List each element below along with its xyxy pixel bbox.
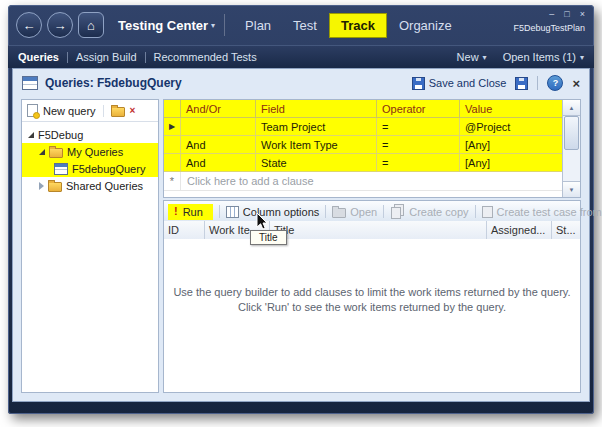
top-bar: ← → ⌂ Testing Center ▾ Plan Test Track O… [8,5,594,45]
menu-right: New ▾ Open Items (1) ▾ [457,51,584,63]
clause-value-cell[interactable]: [Any] [460,136,563,154]
close-button[interactable]: × [580,10,585,19]
open-items-menu[interactable]: Open Items (1) ▾ [503,51,584,63]
window-controls: – □ × [549,10,585,19]
open-items-label: Open Items (1) [503,51,576,63]
empty-results-message: Use the query builder to add clauses to … [164,285,580,315]
clause-row[interactable]: And State = [Any] [164,154,563,172]
tab-test[interactable]: Test [283,13,327,38]
column-header-title[interactable]: Title [270,221,487,239]
clause-andor-cell[interactable] [181,118,256,136]
expander-expanded-icon[interactable] [28,132,34,138]
tree-item-my-queries[interactable]: My Queries [22,143,158,160]
clause-row[interactable]: And Work Item Type = [Any] [164,136,563,154]
mtm-window: ← → ⌂ Testing Center ▾ Plan Test Track O… [8,5,594,414]
query-tree-panel: New query × F5Debug My Queries F5debugQu… [21,99,159,393]
tree-item-label: F5Debug [38,129,83,141]
clause-value-cell[interactable]: [Any] [460,154,563,172]
tree-toolbar: New query × [22,100,158,122]
column-header-value: Value [460,100,563,118]
add-clause-label[interactable]: Click here to add a clause [181,172,320,190]
back-button[interactable]: ← [16,12,42,38]
run-button[interactable]: ! Run [168,204,213,220]
clause-field-cell[interactable]: Work Item Type [256,136,377,154]
test-case-icon [482,206,493,218]
column-header-field: Field [256,100,377,118]
column-header-assigned-to[interactable]: Assigned... [487,221,552,239]
clause-value-cell[interactable]: @Project [460,118,563,136]
results-toolbar: ! Run Column options Open Create copy Cr [163,200,581,223]
expander-expanded-icon[interactable] [39,149,45,155]
menu-item-assign-build[interactable]: Assign Build [76,51,137,63]
save-and-close-button[interactable]: Save and Close [412,77,507,90]
menu-bar: Queries Assign Build Recommended Tests N… [8,45,594,68]
new-folder-button[interactable] [111,107,125,117]
new-query-button[interactable]: New query [43,105,96,117]
new-menu[interactable]: New ▾ [457,51,487,63]
clause-grid-header: And/Or Field Operator Value [164,100,563,118]
chevron-down-icon: ▾ [483,53,487,62]
delete-query-button[interactable]: × [130,106,136,116]
view-header-actions: Save and Close ? × [412,75,580,91]
empty-message-line1: Use the query builder to add clauses to … [164,285,580,300]
divider [383,205,384,218]
expander-collapsed-icon[interactable] [39,182,44,190]
create-test-case-from-bug-button[interactable]: Create test case from bug [482,206,602,218]
run-icon: ! [174,206,178,217]
tab-organize[interactable]: Organize [389,13,462,38]
menu-item-queries[interactable]: Queries [18,51,59,63]
title-tooltip: Title [250,230,287,245]
column-options-button[interactable]: Column options [226,206,319,218]
tree-item-f5debugquery[interactable]: F5debugQuery [22,160,158,177]
view-header: Queries: F5debugQuery Save and Close ? × [13,69,589,97]
top-right-cluster: – □ × F5DebugTestPlan [513,10,585,33]
tree-item-f5debug[interactable]: F5Debug [22,126,158,143]
clause-row[interactable]: ▶ Team Project = @Project [164,118,563,136]
scrollbar-thumb[interactable] [564,116,579,150]
minimize-button[interactable]: – [549,10,554,19]
create-copy-button[interactable]: Create copy [390,204,468,219]
home-button[interactable]: ⌂ [78,12,104,38]
column-header-state[interactable]: St... [552,221,580,239]
divider [224,14,225,36]
run-label: Run [183,206,203,218]
clause-field-cell[interactable]: State [256,154,377,172]
tree-item-label: Shared Queries [66,180,143,192]
gutter-header-cell [164,100,181,118]
chevron-down-icon[interactable]: ▾ [211,21,215,30]
query-icon [22,76,38,90]
divider [475,205,476,218]
clause-operator-cell[interactable]: = [377,136,460,154]
column-header-operator: Operator [377,100,460,118]
clause-field-cell[interactable]: Team Project [256,118,377,136]
center-title[interactable]: Testing Center [118,18,208,33]
close-view-button[interactable]: × [572,77,580,90]
divider [103,105,104,117]
content-area: Queries: F5debugQuery Save and Close ? ×… [12,68,590,402]
open-label: Open [350,206,377,218]
clause-andor-cell[interactable]: And [181,154,256,172]
clause-grid-scrollbar[interactable]: ▲ ▼ [562,100,580,197]
maximize-button[interactable]: □ [564,10,569,19]
help-button[interactable]: ? [547,75,563,91]
forward-button[interactable]: → [47,12,73,38]
tab-track[interactable]: Track [329,13,387,38]
add-clause-row[interactable]: * Click here to add a clause [164,172,563,191]
current-row-icon: ▶ [169,122,175,131]
tab-plan[interactable]: Plan [235,13,281,38]
create-test-case-label: Create test case from bug [497,206,602,218]
clause-andor-cell[interactable]: And [181,136,256,154]
scroll-down-button[interactable]: ▼ [563,181,580,197]
clause-operator-cell[interactable]: = [377,118,460,136]
column-options-label: Column options [243,206,319,218]
clause-operator-cell[interactable]: = [377,154,460,172]
open-button[interactable]: Open [332,205,377,218]
new-menu-label: New [457,51,479,63]
menu-item-recommended-tests[interactable]: Recommended Tests [154,51,257,63]
scroll-up-button[interactable]: ▲ [563,100,580,116]
column-header-id[interactable]: ID [164,221,205,239]
create-copy-label: Create copy [409,206,468,218]
new-query-icon [27,104,38,117]
tree-item-shared-queries[interactable]: Shared Queries [22,177,158,194]
save-button[interactable] [515,77,528,90]
